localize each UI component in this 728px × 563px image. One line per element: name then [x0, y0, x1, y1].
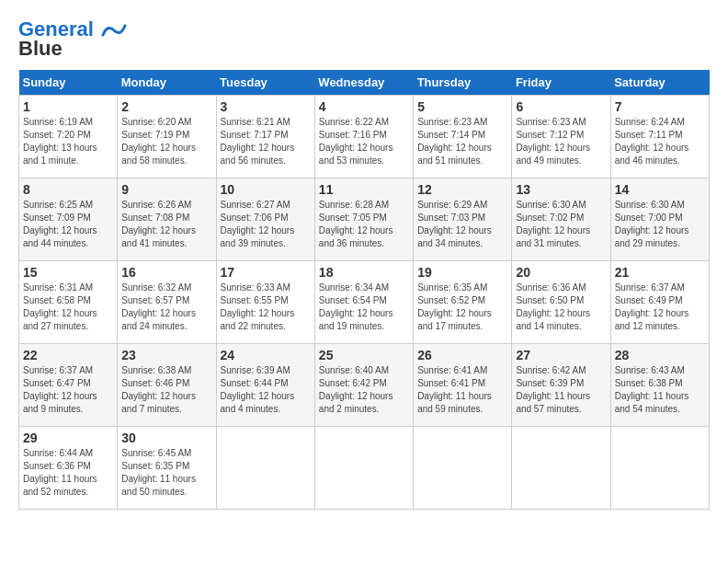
day-number: 3 [221, 99, 311, 114]
day-info: Sunrise: 6:31 AMSunset: 6:58 PMDaylight:… [23, 282, 113, 333]
day-number: 19 [417, 265, 507, 280]
day-cell: 6Sunrise: 6:23 AMSunset: 7:12 PMDaylight… [512, 96, 610, 178]
weekday-header-thursday: Thursday [414, 70, 512, 96]
empty-day-cell [414, 427, 512, 510]
page-header: General Blue [18, 18, 710, 61]
day-info: Sunrise: 6:39 AMSunset: 6:44 PMDaylight:… [221, 364, 311, 416]
day-number: 23 [121, 348, 211, 362]
day-number: 20 [516, 265, 606, 280]
logo-wave-icon [101, 22, 127, 39]
day-info: Sunrise: 6:33 AMSunset: 6:55 PMDaylight:… [221, 282, 311, 333]
day-cell: 26Sunrise: 6:41 AMSunset: 6:41 PMDayligh… [414, 344, 512, 427]
day-cell: 13Sunrise: 6:30 AMSunset: 7:02 PMDayligh… [512, 178, 610, 261]
weekday-header-row: SundayMondayTuesdayWednesdayThursdayFrid… [19, 70, 710, 96]
day-number: 4 [319, 99, 409, 114]
day-info: Sunrise: 6:32 AMSunset: 6:57 PMDaylight:… [121, 282, 211, 333]
calendar-table: SundayMondayTuesdayWednesdayThursdayFrid… [18, 70, 710, 510]
day-info: Sunrise: 6:23 AMSunset: 7:14 PMDaylight:… [417, 116, 507, 167]
day-cell: 22Sunrise: 6:37 AMSunset: 6:47 PMDayligh… [19, 344, 118, 427]
day-cell: 30Sunrise: 6:45 AMSunset: 6:35 PMDayligh… [118, 427, 216, 510]
day-number: 10 [221, 182, 311, 197]
day-info: Sunrise: 6:36 AMSunset: 6:50 PMDaylight:… [516, 282, 606, 333]
day-number: 26 [417, 348, 507, 362]
empty-day-cell [216, 427, 314, 510]
day-info: Sunrise: 6:27 AMSunset: 7:06 PMDaylight:… [221, 199, 311, 250]
day-cell: 27Sunrise: 6:42 AMSunset: 6:39 PMDayligh… [512, 344, 610, 427]
weekday-header-monday: Monday [118, 70, 216, 96]
day-cell: 4Sunrise: 6:22 AMSunset: 7:16 PMDaylight… [314, 96, 413, 178]
calendar-week-row: 15Sunrise: 6:31 AMSunset: 6:58 PMDayligh… [19, 261, 710, 344]
day-number: 28 [615, 348, 705, 362]
day-cell: 25Sunrise: 6:40 AMSunset: 6:42 PMDayligh… [314, 344, 413, 427]
day-info: Sunrise: 6:41 AMSunset: 6:41 PMDaylight:… [417, 364, 507, 416]
day-number: 14 [615, 182, 705, 197]
day-info: Sunrise: 6:30 AMSunset: 7:02 PMDaylight:… [516, 199, 606, 250]
day-number: 30 [121, 431, 211, 445]
weekday-header-saturday: Saturday [610, 70, 709, 96]
day-cell: 7Sunrise: 6:24 AMSunset: 7:11 PMDaylight… [610, 96, 709, 178]
weekday-header-tuesday: Tuesday [216, 70, 314, 96]
day-cell: 23Sunrise: 6:38 AMSunset: 6:46 PMDayligh… [118, 344, 216, 427]
day-cell: 18Sunrise: 6:34 AMSunset: 6:54 PMDayligh… [314, 261, 413, 344]
empty-day-cell [610, 427, 709, 510]
day-cell: 17Sunrise: 6:33 AMSunset: 6:55 PMDayligh… [216, 261, 314, 344]
day-cell: 16Sunrise: 6:32 AMSunset: 6:57 PMDayligh… [118, 261, 216, 344]
day-number: 18 [319, 265, 409, 280]
day-info: Sunrise: 6:26 AMSunset: 7:08 PMDaylight:… [121, 199, 211, 250]
day-cell: 21Sunrise: 6:37 AMSunset: 6:49 PMDayligh… [610, 261, 709, 344]
calendar-week-row: 1Sunrise: 6:19 AMSunset: 7:20 PMDaylight… [19, 96, 710, 178]
calendar-week-row: 29Sunrise: 6:44 AMSunset: 6:36 PMDayligh… [19, 427, 710, 510]
weekday-header-friday: Friday [512, 70, 610, 96]
day-info: Sunrise: 6:23 AMSunset: 7:12 PMDaylight:… [516, 116, 606, 167]
day-info: Sunrise: 6:44 AMSunset: 6:36 PMDaylight:… [23, 447, 113, 499]
day-cell: 20Sunrise: 6:36 AMSunset: 6:50 PMDayligh… [512, 261, 610, 344]
weekday-header-sunday: Sunday [19, 70, 118, 96]
day-number: 15 [23, 265, 113, 280]
day-number: 12 [417, 182, 507, 197]
day-number: 24 [221, 348, 311, 362]
day-number: 7 [615, 99, 705, 114]
day-cell: 3Sunrise: 6:21 AMSunset: 7:17 PMDaylight… [216, 96, 314, 178]
day-cell: 15Sunrise: 6:31 AMSunset: 6:58 PMDayligh… [19, 261, 118, 344]
day-number: 11 [319, 182, 409, 197]
calendar-week-row: 8Sunrise: 6:25 AMSunset: 7:09 PMDaylight… [19, 178, 710, 261]
calendar-week-row: 22Sunrise: 6:37 AMSunset: 6:47 PMDayligh… [19, 344, 710, 427]
day-cell: 24Sunrise: 6:39 AMSunset: 6:44 PMDayligh… [216, 344, 314, 427]
day-info: Sunrise: 6:25 AMSunset: 7:09 PMDaylight:… [23, 199, 113, 250]
day-info: Sunrise: 6:34 AMSunset: 6:54 PMDaylight:… [319, 282, 409, 333]
day-cell: 14Sunrise: 6:30 AMSunset: 7:00 PMDayligh… [610, 178, 709, 261]
day-info: Sunrise: 6:38 AMSunset: 6:46 PMDaylight:… [121, 364, 211, 416]
day-number: 8 [23, 182, 113, 197]
day-info: Sunrise: 6:42 AMSunset: 6:39 PMDaylight:… [516, 364, 606, 416]
day-info: Sunrise: 6:22 AMSunset: 7:16 PMDaylight:… [319, 116, 409, 167]
day-info: Sunrise: 6:40 AMSunset: 6:42 PMDaylight:… [319, 364, 409, 416]
day-info: Sunrise: 6:24 AMSunset: 7:11 PMDaylight:… [615, 116, 705, 167]
day-info: Sunrise: 6:35 AMSunset: 6:52 PMDaylight:… [417, 282, 507, 333]
day-info: Sunrise: 6:37 AMSunset: 6:49 PMDaylight:… [615, 282, 705, 333]
day-number: 1 [23, 99, 113, 114]
day-number: 17 [221, 265, 311, 280]
day-cell: 28Sunrise: 6:43 AMSunset: 6:38 PMDayligh… [610, 344, 709, 427]
empty-day-cell [314, 427, 413, 510]
day-number: 5 [417, 99, 507, 114]
day-number: 2 [121, 99, 211, 114]
day-info: Sunrise: 6:19 AMSunset: 7:20 PMDaylight:… [23, 116, 113, 167]
day-info: Sunrise: 6:37 AMSunset: 6:47 PMDaylight:… [23, 364, 113, 416]
day-number: 9 [121, 182, 211, 197]
day-info: Sunrise: 6:21 AMSunset: 7:17 PMDaylight:… [221, 116, 311, 167]
day-cell: 19Sunrise: 6:35 AMSunset: 6:52 PMDayligh… [414, 261, 512, 344]
day-number: 21 [615, 265, 705, 280]
day-number: 27 [516, 348, 606, 362]
day-number: 13 [516, 182, 606, 197]
day-cell: 10Sunrise: 6:27 AMSunset: 7:06 PMDayligh… [216, 178, 314, 261]
day-info: Sunrise: 6:43 AMSunset: 6:38 PMDaylight:… [615, 364, 705, 416]
day-info: Sunrise: 6:28 AMSunset: 7:05 PMDaylight:… [319, 199, 409, 250]
logo: General Blue [18, 18, 127, 61]
day-cell: 8Sunrise: 6:25 AMSunset: 7:09 PMDaylight… [19, 178, 118, 261]
day-number: 6 [516, 99, 606, 114]
empty-day-cell [512, 427, 610, 510]
day-cell: 1Sunrise: 6:19 AMSunset: 7:20 PMDaylight… [19, 96, 118, 178]
day-info: Sunrise: 6:20 AMSunset: 7:19 PMDaylight:… [121, 116, 211, 167]
day-number: 16 [121, 265, 211, 280]
day-info: Sunrise: 6:29 AMSunset: 7:03 PMDaylight:… [417, 199, 507, 250]
